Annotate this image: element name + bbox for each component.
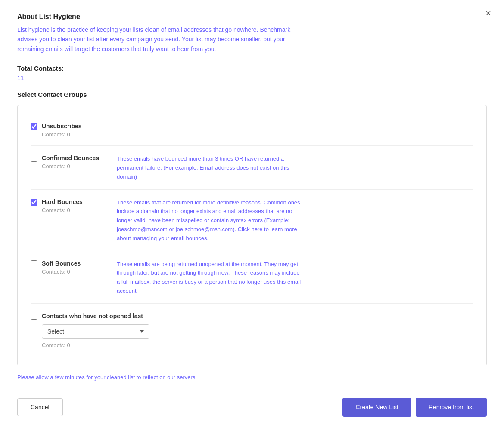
confirmed-bounces-checkbox-area: Confirmed Bounces Contacts: 0 <box>31 154 117 170</box>
cancel-button[interactable]: Cancel <box>17 398 63 416</box>
not-opened-select[interactable]: Select 1 campaign 2 campaigns 3 campaign… <box>42 324 149 339</box>
unsubscribes-checkbox[interactable] <box>31 123 37 130</box>
modal-title: About List Hygiene <box>17 13 487 21</box>
soft-bounces-description: These emails are being returned unopened… <box>117 259 302 296</box>
soft-bounces-contacts: Contacts: 0 <box>42 269 81 275</box>
group-row-hard-bounces: Hard Bounces Contacts: 0 These emails th… <box>31 190 473 251</box>
not-opened-contacts: Contacts: 0 <box>42 342 149 349</box>
contact-groups-heading: Select Contact Groups <box>17 91 487 98</box>
unsubscribes-name: Unsubscribes <box>42 123 82 130</box>
group-row-confirmed-bounces: Confirmed Bounces Contacts: 0 These emai… <box>31 146 473 189</box>
total-contacts-value: 11 <box>17 74 487 81</box>
remove-from-list-button[interactable]: Remove from list <box>416 398 487 417</box>
soft-bounces-name: Soft Bounces <box>42 260 81 267</box>
group-row-soft-bounces: Soft Bounces Contacts: 0 These emails ar… <box>31 251 473 304</box>
not-opened-select-area: Select 1 campaign 2 campaigns 3 campaign… <box>42 324 149 349</box>
groups-container: Unsubscribes Contacts: 0 Confirmed Bounc… <box>17 105 487 365</box>
confirmed-bounces-checkbox[interactable] <box>31 155 37 162</box>
confirmed-bounces-name-area: Confirmed Bounces Contacts: 0 <box>42 155 99 170</box>
confirmed-bounces-name: Confirmed Bounces <box>42 155 99 161</box>
hard-bounces-link[interactable]: Click here <box>238 226 263 232</box>
footer-right-buttons: Create New List Remove from list <box>342 398 487 417</box>
hard-bounces-checkbox[interactable] <box>31 199 37 206</box>
group-row-unsubscribes: Unsubscribes Contacts: 0 <box>31 114 473 146</box>
not-opened-name-area: Contacts who have not opened last <box>42 312 143 319</box>
total-contacts-label: Total Contacts: <box>17 65 487 72</box>
unsubscribes-checkbox-area: Unsubscribes Contacts: 0 <box>31 122 117 138</box>
soft-bounces-name-area: Soft Bounces Contacts: 0 <box>42 260 81 275</box>
hard-bounces-contacts: Contacts: 0 <box>42 207 83 213</box>
confirmed-bounces-contacts: Contacts: 0 <box>42 163 99 170</box>
unsubscribes-name-area: Unsubscribes Contacts: 0 <box>42 123 82 138</box>
not-opened-name: Contacts who have not opened last <box>42 312 143 319</box>
soft-bounces-checkbox-area: Soft Bounces Contacts: 0 <box>31 259 117 275</box>
group-row-not-opened: Contacts who have not opened last Select… <box>31 304 473 356</box>
modal-description: List hygiene is the practice of keeping … <box>17 25 293 54</box>
create-new-list-button[interactable]: Create New List <box>342 398 411 417</box>
hard-bounces-name-area: Hard Bounces Contacts: 0 <box>42 198 83 213</box>
unsubscribes-contacts: Contacts: 0 <box>42 131 82 138</box>
hard-bounces-checkbox-area: Hard Bounces Contacts: 0 <box>31 198 117 213</box>
soft-bounces-checkbox[interactable] <box>31 260 37 267</box>
not-opened-checkbox-area: Contacts who have not opened last <box>31 312 143 320</box>
notice-text: Please allow a few minutes for your clea… <box>17 374 487 381</box>
close-button[interactable]: × <box>485 9 491 18</box>
modal-container: × About List Hygiene List hygiene is the… <box>0 0 504 430</box>
not-opened-checkbox[interactable] <box>31 313 37 320</box>
footer-buttons: Cancel Create New List Remove from list <box>17 398 487 417</box>
hard-bounces-name: Hard Bounces <box>42 198 83 205</box>
hard-bounces-description: These emails that are returned for more … <box>117 198 302 243</box>
confirmed-bounces-description: These emails have bounced more than 3 ti… <box>117 154 302 181</box>
